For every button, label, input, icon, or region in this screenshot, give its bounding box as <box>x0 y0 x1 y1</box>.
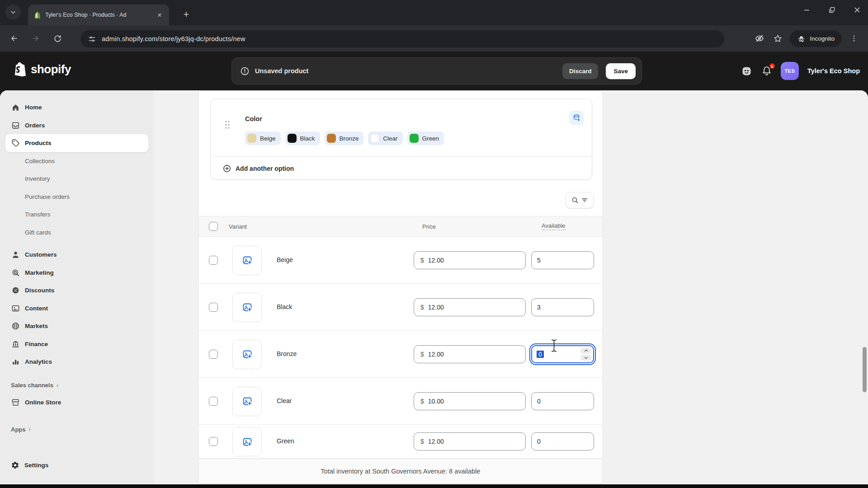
available-input[interactable]: 5 <box>531 251 594 269</box>
browser-tab[interactable]: Tyler's Eco Shop · Products · Ad ✕ <box>28 5 169 25</box>
stepper-down-button[interactable] <box>580 355 591 361</box>
sidebar-item-transfers[interactable]: Transfers <box>5 206 148 224</box>
price-input[interactable]: $10.00 <box>414 392 526 410</box>
stepper-up-button[interactable] <box>580 348 591 354</box>
page-scrollbar-thumb[interactable] <box>863 347 867 392</box>
add-variant-image-button[interactable] <box>232 246 262 275</box>
available-input[interactable]: 3 <box>531 298 594 316</box>
price-input[interactable]: $12.00 <box>414 432 526 450</box>
sidebar-item-discounts[interactable]: Discounts <box>5 282 148 300</box>
add-variant-image-button[interactable] <box>232 340 262 369</box>
sidebar-section-sales-channels[interactable]: Sales channels› <box>5 377 148 394</box>
analytics-icon <box>11 357 20 366</box>
reload-button[interactable] <box>50 31 65 46</box>
sidebar-item-finance[interactable]: Finance <box>5 335 148 353</box>
price-input[interactable]: $12.00 <box>414 298 526 316</box>
sidebar-item-home[interactable]: Home <box>5 99 148 117</box>
sidekick-button[interactable] <box>741 65 753 77</box>
browser-menu-kebab-icon[interactable] <box>848 33 860 44</box>
sidebar-item-collections[interactable]: Collections <box>5 152 148 170</box>
price-input[interactable]: $12.00 <box>414 251 526 269</box>
add-variant-image-button[interactable] <box>232 387 262 416</box>
preview-eye-off-icon[interactable] <box>754 33 765 44</box>
option-value-chip-clear[interactable]: Clear <box>368 131 402 145</box>
sidebar-item-products[interactable]: Products <box>5 134 148 152</box>
select-all-checkbox[interactable] <box>209 222 218 231</box>
add-option-label: Add another option <box>236 165 294 172</box>
add-variant-image-button[interactable] <box>232 293 262 322</box>
drag-handle-icon[interactable] <box>224 120 231 130</box>
window-close-button[interactable] <box>851 4 863 16</box>
option-value-chip-bronze[interactable]: Bronze <box>325 131 364 145</box>
available-input[interactable]: 0 <box>531 392 594 410</box>
tab-close-icon[interactable]: ✕ <box>156 11 164 19</box>
back-button[interactable] <box>6 31 22 46</box>
url-bar[interactable]: admin.shopify.com/store/jy63jq-dc/produc… <box>80 30 724 47</box>
section-label: Sales channels <box>11 382 53 389</box>
sidebar-item-customers[interactable]: Customers <box>5 246 148 264</box>
currency-symbol: $ <box>420 304 424 311</box>
variant-row-beige: Beige$12.005 <box>199 237 602 284</box>
store-avatar[interactable]: TES <box>781 62 799 80</box>
sidebar-item-analytics[interactable]: Analytics <box>5 353 148 371</box>
sidebar-item-orders[interactable]: Orders <box>5 117 148 135</box>
option-value-chip-black[interactable]: Black <box>285 131 320 145</box>
available-input[interactable]: 0 <box>531 432 594 450</box>
notifications-button[interactable]: 1 <box>761 66 772 76</box>
available-input[interactable]: 0 <box>531 345 594 363</box>
sidebar-item-label: Content <box>25 305 48 312</box>
add-option-row[interactable]: Add another option <box>211 156 592 180</box>
sidebar-item-label: Markets <box>25 323 48 329</box>
row-checkbox[interactable] <box>209 437 218 446</box>
home-icon <box>11 103 20 112</box>
sidebar-item-markets[interactable]: Markets <box>5 317 148 335</box>
sidebar-item-inventory[interactable]: Inventory <box>5 170 148 188</box>
discard-button[interactable]: Discard <box>562 63 599 79</box>
row-checkbox[interactable] <box>209 350 218 359</box>
tab-search-button[interactable] <box>5 5 21 20</box>
row-checkbox[interactable] <box>209 303 218 312</box>
bookmark-star-icon[interactable] <box>772 33 783 44</box>
forward-button[interactable] <box>28 31 43 46</box>
sidebar-item-content[interactable]: Content <box>5 300 148 318</box>
option-name: Color <box>245 115 262 122</box>
shopify-wordmark: shopify <box>31 62 71 76</box>
row-checkbox[interactable] <box>209 256 218 265</box>
sidebar-item-label: Home <box>25 104 42 111</box>
sidebar-item-online-store[interactable]: Online Store <box>5 394 148 412</box>
selected-text: 0 <box>537 351 544 358</box>
database-link-icon <box>572 114 581 122</box>
new-tab-button[interactable]: + <box>179 7 193 22</box>
window-minimize-button[interactable] <box>800 4 813 16</box>
metafield-connection-button[interactable] <box>569 111 584 125</box>
back-arrow-icon <box>9 34 19 43</box>
option-card-color: Color BeigeBlackBronzeClearGreen Add ano… <box>210 99 592 180</box>
row-checkbox[interactable] <box>209 397 218 406</box>
incognito-badge: Incognito <box>790 30 842 47</box>
sidebar-item-label: Customers <box>25 251 57 258</box>
sidebar-item-label: Collections <box>25 158 55 164</box>
option-value-chip-beige[interactable]: Beige <box>245 131 281 145</box>
add-variant-image-button[interactable] <box>232 427 262 456</box>
sidebar-item-label: Transfers <box>25 211 51 218</box>
price-input[interactable]: $12.00 <box>414 345 526 363</box>
restore-icon <box>829 7 835 13</box>
search-tune-icon[interactable] <box>88 35 96 43</box>
sidebar-item-purchase-orders[interactable]: Purchase orders <box>5 188 148 206</box>
store-icon <box>11 398 20 407</box>
discounts-icon <box>11 286 20 295</box>
sidebar-item-gift-cards[interactable]: Gift cards <box>5 224 148 242</box>
color-swatch <box>288 134 297 143</box>
shopify-topbar: shopify Unsaved product Discard Save 1 T… <box>0 52 868 90</box>
store-name[interactable]: Tyler's Eco Shop <box>807 67 860 75</box>
variant-search-filter-button[interactable] <box>566 192 594 208</box>
shopify-logo[interactable]: shopify <box>14 61 71 77</box>
sidebar-section-apps[interactable]: Apps› <box>5 421 148 437</box>
sidebar-item-settings[interactable]: Settings <box>5 456 148 474</box>
sidebar-item-marketing[interactable]: Marketing <box>5 264 148 282</box>
save-button[interactable]: Save <box>606 63 636 79</box>
finance-icon <box>11 339 20 348</box>
window-restore-button[interactable] <box>826 4 838 16</box>
option-value-chip-green[interactable]: Green <box>407 131 444 145</box>
variant-name: Beige <box>277 256 293 263</box>
